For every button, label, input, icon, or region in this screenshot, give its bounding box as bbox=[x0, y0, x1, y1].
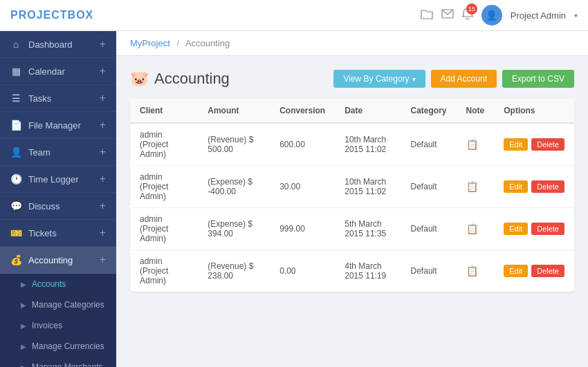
team-plus-icon[interactable]: + bbox=[100, 146, 106, 158]
col-conversion: Conversion bbox=[270, 99, 335, 123]
note-icon-3[interactable]: 📋 bbox=[466, 265, 478, 276]
edit-button-2[interactable]: Edit bbox=[504, 223, 528, 235]
col-category: Category bbox=[401, 99, 457, 123]
content-area: 🐷 Accounting View By Category ▾ Add Acco… bbox=[116, 56, 588, 305]
table-row: admin (Project Admin) (Expense) $ 394.00… bbox=[130, 208, 574, 250]
cell-note-2[interactable]: 📋 bbox=[457, 208, 495, 250]
submenu-label-manage-categories: Manage Categories bbox=[32, 300, 104, 310]
col-note: Note bbox=[457, 99, 495, 123]
submenu-item-accounts[interactable]: ▶ Accounts bbox=[0, 274, 116, 294]
admin-name[interactable]: Project Admin bbox=[511, 10, 566, 21]
note-icon-2[interactable]: 📋 bbox=[466, 223, 478, 234]
time-logger-plus-icon[interactable]: + bbox=[100, 173, 106, 185]
submenu-item-manage-currencies[interactable]: ▶ Manage Currencies bbox=[0, 336, 116, 357]
cell-options-1: Edit Delete bbox=[494, 166, 574, 208]
sidebar-item-team[interactable]: 👤 Team + bbox=[0, 139, 116, 166]
sidebar-label-tasks: Tasks bbox=[28, 93, 51, 104]
tasks-plus-icon[interactable]: + bbox=[100, 92, 106, 104]
delete-button-0[interactable]: Delete bbox=[531, 138, 564, 151]
cell-conversion-1: 30.00 bbox=[270, 166, 335, 208]
note-icon-0[interactable]: 📋 bbox=[466, 139, 478, 150]
dashboard-plus-icon[interactable]: + bbox=[100, 38, 106, 50]
col-date: Date bbox=[335, 99, 401, 123]
cell-conversion-3: 0.00 bbox=[270, 250, 335, 292]
cell-note-3[interactable]: 📋 bbox=[457, 250, 495, 292]
delete-button-1[interactable]: Delete bbox=[531, 180, 564, 193]
note-icon-1[interactable]: 📋 bbox=[466, 181, 478, 192]
edit-button-1[interactable]: Edit bbox=[504, 180, 528, 193]
view-by-category-button[interactable]: View By Category ▾ bbox=[333, 70, 425, 88]
cell-client-1: admin (Project Admin) bbox=[130, 166, 198, 208]
tasks-icon: ☰ bbox=[10, 93, 21, 104]
export-csv-button[interactable]: Export to CSV bbox=[502, 70, 574, 88]
folder-icon[interactable] bbox=[421, 8, 433, 22]
table-header-row: Client Amount Conversion Date Category N… bbox=[130, 99, 574, 123]
tickets-icon: 🎫 bbox=[10, 227, 21, 238]
edit-button-3[interactable]: Edit bbox=[504, 265, 528, 277]
cell-category-2: Default bbox=[401, 208, 457, 250]
discuss-plus-icon[interactable]: + bbox=[100, 200, 106, 212]
notification-icon[interactable]: 15 bbox=[462, 8, 473, 23]
view-btn-label: View By Category bbox=[343, 74, 409, 84]
page-title-text: Accounting bbox=[154, 70, 230, 88]
submenu-label-manage-currencies: Manage Currencies bbox=[32, 341, 104, 351]
cell-note-0[interactable]: 📋 bbox=[457, 123, 495, 166]
accounts-table: Client Amount Conversion Date Category N… bbox=[130, 99, 574, 292]
cell-date-2: 5th March 2015 11:35 bbox=[335, 208, 401, 250]
sidebar-label-tickets: Tickets bbox=[28, 228, 57, 238]
delete-button-2[interactable]: Delete bbox=[531, 223, 564, 235]
layout: ⌂ Dashboard + ▦ Calendar + ☰ Tasks + 📄 F… bbox=[0, 31, 588, 367]
cell-date-3: 4th March 2015 11:19 bbox=[335, 250, 401, 292]
sidebar-item-dashboard[interactable]: ⌂ Dashboard + bbox=[0, 31, 116, 58]
edit-button-0[interactable]: Edit bbox=[504, 138, 528, 151]
cell-client-3: admin (Project Admin) bbox=[130, 250, 198, 292]
add-account-button[interactable]: Add Account bbox=[431, 70, 497, 88]
sidebar-item-accounting[interactable]: 💰 Accounting + bbox=[0, 247, 116, 274]
cell-amount-0: (Revenue) $ 500.00 bbox=[198, 123, 270, 166]
cell-category-3: Default bbox=[401, 250, 457, 292]
sidebar-item-calendar[interactable]: ▦ Calendar + bbox=[0, 58, 116, 85]
breadcrumb-home-link[interactable]: MyProject bbox=[130, 38, 170, 48]
manage-merchants-arrow-icon: ▶ bbox=[21, 364, 26, 368]
submenu-label-manage-merchants: Manage Merchants bbox=[32, 362, 103, 367]
submenu-item-invoices[interactable]: ▶ Invoices bbox=[0, 315, 116, 336]
cell-note-1[interactable]: 📋 bbox=[457, 166, 495, 208]
mail-icon[interactable] bbox=[441, 9, 454, 21]
discuss-icon: 💬 bbox=[10, 200, 21, 211]
submenu-item-manage-merchants[interactable]: ▶ Manage Merchants bbox=[0, 357, 116, 367]
tickets-plus-icon[interactable]: + bbox=[100, 227, 106, 239]
file-manager-plus-icon[interactable]: + bbox=[100, 119, 106, 131]
accounting-plus-icon[interactable]: + bbox=[100, 254, 106, 266]
sidebar-label-dashboard: Dashboard bbox=[28, 39, 73, 50]
cell-conversion-0: 600.00 bbox=[270, 123, 335, 166]
sidebar-item-tickets[interactable]: 🎫 Tickets + bbox=[0, 220, 116, 247]
manage-categories-arrow-icon: ▶ bbox=[21, 301, 26, 309]
sidebar-label-team: Team bbox=[28, 147, 50, 158]
avatar[interactable]: 👤 bbox=[481, 5, 502, 26]
sidebar: ⌂ Dashboard + ▦ Calendar + ☰ Tasks + 📄 F… bbox=[0, 31, 116, 367]
sidebar-item-file-manager[interactable]: 📄 File Manager + bbox=[0, 112, 116, 139]
file-manager-icon: 📄 bbox=[10, 120, 21, 131]
accounts-arrow-icon: ▶ bbox=[21, 281, 26, 288]
cell-options-3: Edit Delete bbox=[494, 250, 574, 292]
view-btn-caret-icon: ▾ bbox=[412, 75, 416, 83]
notification-badge: 15 bbox=[466, 3, 477, 15]
sidebar-item-tasks[interactable]: ☰ Tasks + bbox=[0, 85, 116, 112]
cell-category-0: Default bbox=[401, 123, 457, 166]
admin-dropdown-icon[interactable]: ▾ bbox=[574, 12, 578, 19]
submenu-item-manage-categories[interactable]: ▶ Manage Categories bbox=[0, 294, 116, 315]
page-title: 🐷 Accounting bbox=[130, 70, 230, 88]
accounts-table-container: Client Amount Conversion Date Category N… bbox=[130, 99, 574, 292]
page-title-icon: 🐷 bbox=[130, 70, 149, 88]
cell-client-0: admin (Project Admin) bbox=[130, 123, 198, 166]
table-row: admin (Project Admin) (Revenue) $ 238.00… bbox=[130, 250, 574, 292]
sidebar-item-time-logger[interactable]: 🕐 Time Logger + bbox=[0, 166, 116, 193]
sidebar-label-time-logger: Time Logger bbox=[28, 174, 79, 185]
dashboard-icon: ⌂ bbox=[10, 39, 21, 50]
invoices-arrow-icon: ▶ bbox=[21, 322, 26, 330]
accounting-submenu: ▶ Accounts ▶ Manage Categories ▶ Invoice… bbox=[0, 274, 116, 367]
delete-button-3[interactable]: Delete bbox=[531, 265, 564, 277]
submenu-label-accounts: Accounts bbox=[32, 279, 66, 289]
calendar-plus-icon[interactable]: + bbox=[100, 65, 106, 77]
sidebar-item-discuss[interactable]: 💬 Discuss + bbox=[0, 193, 116, 220]
